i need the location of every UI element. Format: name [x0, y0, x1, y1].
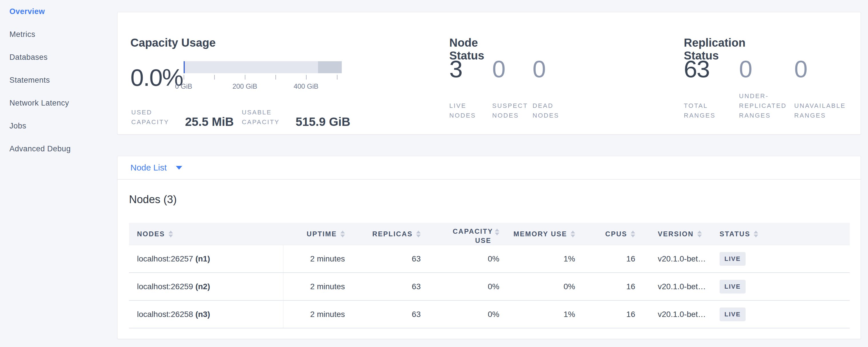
axis-tick-label: 200 GiB	[228, 83, 262, 90]
table-row-n2[interactable]: localhost:26259 (n2) 2 minutes 63 0% 0% …	[129, 273, 850, 301]
sidebar: Overview Metrics Databases Statements Ne…	[9, 0, 113, 160]
node-address-cell: localhost:26257 (n1)	[129, 245, 283, 272]
sort-icon	[340, 230, 345, 238]
version-cell: v20.1.0-bet…	[638, 273, 719, 300]
version-cell: v20.1.0-bet…	[638, 301, 719, 328]
column-header-cpus[interactable]: CPUS	[578, 223, 638, 246]
sidebar-item-network-latency[interactable]: Network Latency	[9, 92, 113, 115]
column-label: MEMORY USE	[514, 230, 567, 238]
status-badge: LIVE	[719, 252, 746, 266]
axis-tick	[306, 75, 307, 80]
axis-tick	[214, 75, 215, 80]
unavailable-ranges-value: 0	[794, 55, 854, 83]
status-badge: LIVE	[719, 280, 746, 293]
nodes-table: NODES UPTIME REPLICAS CAPACITY USE MEMOR…	[129, 223, 850, 328]
live-nodes-stat: 3 LIVE NODES	[449, 55, 489, 120]
nodes-table-header: NODES UPTIME REPLICAS CAPACITY USE MEMOR…	[129, 223, 850, 245]
live-nodes-label: LIVE NODES	[449, 101, 489, 120]
usable-capacity-label: USABLE CAPACITY	[242, 107, 287, 129]
dead-nodes-value: 0	[532, 55, 576, 83]
uptime-cell: 2 minutes	[283, 301, 348, 328]
cluster-summary-card: Capacity Usage 0.0% 0 GiB 200 GiB 400 Gi…	[117, 12, 861, 134]
capacity-bar-used-marker	[184, 61, 185, 73]
sort-icon	[168, 230, 173, 238]
column-header-status[interactable]: STATUS	[719, 223, 850, 246]
node-name: (n1)	[195, 254, 210, 263]
node-address: localhost:26259	[137, 282, 193, 291]
column-header-replicas[interactable]: REPLICAS	[348, 223, 424, 246]
usable-capacity-value: 515.9 GiB	[296, 115, 350, 129]
memory-use-cell: 1%	[502, 301, 578, 328]
column-label: NODES	[137, 230, 165, 238]
cpus-cell: 16	[578, 245, 638, 272]
table-row-n3[interactable]: localhost:26258 (n3) 2 minutes 63 0% 1% …	[129, 301, 850, 328]
cpus-cell: 16	[578, 301, 638, 328]
live-nodes-value: 3	[449, 55, 489, 83]
sidebar-item-jobs[interactable]: Jobs	[9, 115, 113, 137]
column-label: REPLICAS	[372, 230, 413, 238]
used-capacity-label: USED CAPACITY	[131, 107, 177, 129]
column-label: UPTIME	[307, 230, 337, 238]
under-replicated-ranges-stat: 0 UNDER-REPLICATED RANGES	[739, 55, 790, 120]
column-header-memory-use[interactable]: MEMORY USE	[502, 223, 578, 246]
unavailable-ranges-stat: 0 UNAVAILABLE RANGES	[794, 55, 854, 120]
node-status-stats: 3 LIVE NODES 0 SUSPECT NODES 0 DEAD NODE…	[449, 55, 576, 120]
axis-tick	[184, 75, 184, 80]
chevron-down-icon	[176, 166, 182, 170]
sidebar-item-overview[interactable]: Overview	[9, 0, 113, 23]
capacity-use-cell: 0%	[424, 245, 502, 272]
column-label: CPUS	[605, 230, 627, 238]
memory-use-cell: 0%	[502, 273, 578, 300]
sort-icon	[570, 230, 575, 238]
axis-tick	[337, 75, 338, 80]
axis-tick	[245, 75, 245, 80]
dead-nodes-label: DEAD NODES	[532, 101, 576, 120]
node-address: localhost:26257	[137, 254, 193, 263]
sidebar-item-metrics[interactable]: Metrics	[9, 23, 113, 46]
capacity-usage-bar	[184, 61, 342, 73]
column-header-nodes[interactable]: NODES	[129, 223, 283, 246]
capacity-use-cell: 0%	[424, 273, 502, 300]
axis-tick-label: 0 GiB	[166, 83, 201, 90]
column-label: STATUS	[719, 230, 750, 238]
status-cell: LIVE	[719, 273, 850, 300]
capacity-bar-axis: 0 GiB 200 GiB 400 GiB	[184, 75, 342, 101]
under-replicated-ranges-label: UNDER-REPLICATED RANGES	[739, 91, 785, 120]
sort-icon	[631, 230, 635, 238]
sort-icon	[495, 228, 499, 235]
replicas-cell: 63	[348, 245, 424, 272]
capacity-usage-title: Capacity Usage	[130, 36, 216, 49]
table-row-n1[interactable]: localhost:26257 (n1) 2 minutes 63 0% 1% …	[129, 245, 850, 273]
cpus-cell: 16	[578, 273, 638, 300]
node-name: (n2)	[195, 282, 210, 291]
sidebar-item-databases[interactable]: Databases	[9, 46, 113, 69]
capacity-bar-other-segment	[318, 61, 342, 73]
view-selector-label: Node List	[130, 163, 167, 172]
column-header-version[interactable]: VERSION	[638, 223, 719, 246]
uptime-cell: 2 minutes	[283, 245, 348, 272]
node-name: (n3)	[195, 310, 210, 319]
unavailable-ranges-label: UNAVAILABLE RANGES	[794, 101, 840, 120]
sort-icon	[753, 230, 758, 238]
column-header-capacity-use[interactable]: CAPACITY USE	[424, 223, 502, 246]
used-capacity-value: 25.5 MiB	[185, 115, 234, 129]
suspect-nodes-stat: 0 SUSPECT NODES	[492, 55, 529, 120]
view-selector-dropdown[interactable]: Node List	[118, 156, 861, 180]
node-address: localhost:26258	[137, 310, 193, 319]
axis-tick	[275, 75, 276, 80]
memory-use-cell: 1%	[502, 245, 578, 272]
column-header-uptime[interactable]: UPTIME	[283, 223, 348, 246]
replication-status-stats: 63 TOTAL RANGES 0 UNDER-REPLICATED RANGE…	[684, 55, 854, 120]
replicas-cell: 63	[348, 273, 424, 300]
dead-nodes-stat: 0 DEAD NODES	[532, 55, 576, 120]
uptime-cell: 2 minutes	[283, 273, 348, 300]
node-address-cell: localhost:26258 (n3)	[129, 301, 283, 328]
suspect-nodes-value: 0	[492, 55, 529, 83]
suspect-nodes-label: SUSPECT NODES	[492, 101, 529, 120]
total-ranges-label: TOTAL RANGES	[684, 101, 730, 120]
capacity-use-cell: 0%	[424, 301, 502, 328]
sidebar-item-statements[interactable]: Statements	[9, 69, 113, 92]
total-ranges-value: 63	[684, 55, 735, 83]
overview-page: Overview Metrics Databases Statements Ne…	[0, 0, 868, 347]
sidebar-item-advanced-debug[interactable]: Advanced Debug	[9, 137, 113, 160]
